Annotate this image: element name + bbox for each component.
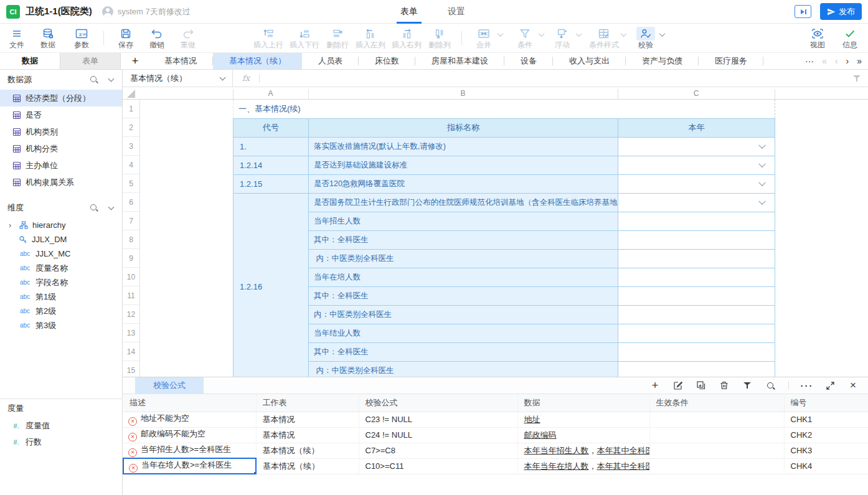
row-header[interactable]: 1	[123, 100, 140, 118]
more-options-button[interactable]: ···	[802, 380, 812, 390]
sheet-name-box[interactable]: 基本情况（续）	[123, 70, 233, 87]
col-header-id[interactable]: 编号	[784, 394, 868, 412]
rule-sheet-cell[interactable]: 基本情况（续）	[256, 443, 359, 458]
rule-id-cell[interactable]: CHK3	[784, 443, 868, 458]
datasource-item-2[interactable]: 机构类别	[0, 123, 122, 140]
row-header[interactable]: 2	[123, 118, 140, 137]
column-header-b[interactable]: B	[308, 87, 618, 100]
cell-year[interactable]	[618, 361, 775, 377]
rule-condition-cell[interactable]	[649, 412, 784, 427]
dimension-item-jjlx-mc[interactable]: abc JJLX_MC	[0, 247, 122, 261]
cell-code[interactable]: 1.2.15	[234, 174, 309, 193]
panel-tab-data[interactable]: 数据	[0, 53, 60, 69]
insert-col-right-button[interactable]: 插入右列	[392, 27, 422, 49]
data-field-link[interactable]: 本年当年在培人数	[524, 461, 589, 471]
select-all-corner[interactable]	[127, 90, 135, 98]
rule-formula-cell[interactable]: C10>=C11	[359, 458, 517, 474]
delete-rule-button[interactable]	[719, 380, 729, 390]
rule-id-cell[interactable]: CHK2	[784, 427, 868, 443]
col-header-formula[interactable]: 校验公式	[359, 394, 517, 412]
sheet-tab-1[interactable]: 基本情况（续）	[213, 53, 302, 69]
preview-button[interactable]	[795, 5, 811, 18]
row-header[interactable]: 12	[123, 305, 140, 324]
cell-code-merged[interactable]: 1.2.16	[234, 193, 309, 377]
data-field-link[interactable]: 地址	[524, 415, 540, 424]
insert-row-below-button[interactable]: 插入下行	[290, 27, 319, 49]
sheet-next-button[interactable]: ›	[846, 56, 849, 66]
float-dropdown-chevron[interactable]	[574, 27, 583, 41]
cell-indicator[interactable]: 其中：全科医生	[309, 286, 618, 305]
condition-dropdown-chevron[interactable]	[537, 27, 545, 41]
cell-indicator[interactable]: 是否国务院卫生计生行政部门公布的住院医师规范化培训基地（含全科医生临床培养基地）	[309, 193, 618, 212]
rule-condition-cell[interactable]	[649, 443, 784, 458]
validate-button[interactable]: 校验	[634, 27, 658, 49]
cell-code[interactable]: 1.	[234, 137, 309, 156]
cell-year-dropdown[interactable]	[618, 156, 775, 174]
dimension-item-jjlx-dm[interactable]: JJLX_DM	[0, 232, 122, 247]
view-button[interactable]: 视图	[806, 27, 829, 49]
rule-condition-cell[interactable]	[649, 458, 784, 474]
cell-year-dropdown[interactable]	[618, 137, 775, 156]
cell-indicator[interactable]: 当年结业人数	[309, 324, 618, 342]
float-button[interactable]: 浮动	[550, 27, 574, 49]
condition-button[interactable]: 条件	[513, 27, 537, 49]
tab-settings[interactable]: 设置	[448, 0, 465, 24]
close-panel-button[interactable]: ×	[848, 380, 858, 390]
insert-row-above-button[interactable]: 插入上行	[253, 27, 283, 49]
rule-formula-cell[interactable]: C7>=C8	[359, 443, 517, 458]
cell-year-dropdown[interactable]	[618, 193, 775, 212]
delete-row-button[interactable]: 删除行	[326, 27, 349, 49]
rule-data-cell[interactable]: 地址	[517, 412, 649, 427]
formula-input[interactable]	[260, 70, 849, 87]
validation-formula-tab[interactable]: 校验公式	[135, 377, 204, 394]
sheet-tab-3[interactable]: 床位数	[359, 53, 415, 69]
redo-button[interactable]: 重做	[176, 27, 200, 49]
column-header-a[interactable]: A	[233, 87, 308, 100]
row-header[interactable]: 13	[123, 324, 140, 342]
sheet-tab-7[interactable]: 资产与负债	[626, 53, 699, 69]
merge-dropdown-chevron[interactable]	[496, 27, 504, 41]
cell-indicator[interactable]: 落实医改措施情况(默认上年数,请修改)	[309, 137, 618, 156]
column-header-c[interactable]: C	[618, 87, 775, 100]
cell-indicator[interactable]: 其中：全科医生	[309, 230, 618, 249]
insert-col-left-button[interactable]: 插入左列	[356, 27, 385, 49]
sheet-more-button[interactable]: ···	[805, 56, 814, 66]
row-header[interactable]: 8	[123, 230, 140, 249]
filter-small-icon[interactable]	[853, 75, 861, 82]
cond-style-button[interactable]: 条件样式	[589, 27, 619, 49]
data-field-link[interactable]: 邮政编码	[524, 430, 557, 440]
cell-year[interactable]	[618, 212, 775, 230]
dimension-item-measure-name[interactable]: abc 度量名称	[0, 261, 122, 275]
sheet-tab-8[interactable]: 医疗服务	[699, 53, 763, 69]
row-header[interactable]: 11	[123, 286, 140, 305]
search-icon[interactable]	[90, 76, 98, 84]
cell-year[interactable]	[618, 324, 775, 342]
cell-indicator[interactable]: 当年在培人数	[309, 268, 618, 286]
row-header[interactable]: 4	[123, 156, 140, 174]
cell-year[interactable]	[618, 268, 775, 286]
datasource-item-1[interactable]: 是否	[0, 106, 122, 123]
search-rules-button[interactable]	[765, 380, 775, 390]
expand-chevron-icon[interactable]: ›	[9, 220, 15, 230]
cell-year[interactable]	[618, 286, 775, 305]
rule-sheet-cell[interactable]: 基本情况	[256, 427, 359, 443]
merge-button[interactable]: 合并	[472, 27, 496, 49]
rule-formula-cell[interactable]: C24 != NULL	[359, 427, 517, 443]
data-field-link[interactable]: 本年其中全科医生	[597, 446, 650, 455]
params-button[interactable]: x= 参数	[70, 27, 93, 49]
dimension-item-hierarchy[interactable]: › hierarchy	[0, 218, 122, 232]
edit-rule-button[interactable]	[673, 380, 683, 390]
col-header-worksheet[interactable]: 工作表	[256, 394, 359, 412]
filter-rules-button[interactable]	[742, 380, 752, 390]
row-header[interactable]: 7	[123, 212, 140, 230]
info-button[interactable]: 信息	[838, 27, 862, 49]
dimension-item-level2[interactable]: abc 第2级	[0, 304, 122, 318]
rule-description-cell[interactable]: ✕地址不能为空	[123, 412, 256, 427]
cell-indicator[interactable]: 其中：全科医生	[309, 342, 618, 361]
file-button[interactable]: 文件	[5, 27, 29, 49]
rule-sheet-cell[interactable]: 基本情况	[256, 412, 359, 427]
row-header[interactable]: 15	[123, 361, 140, 377]
cell-year[interactable]	[618, 342, 775, 361]
rule-id-cell[interactable]: CHK1	[784, 412, 868, 427]
row-header[interactable]: 14	[123, 342, 140, 361]
